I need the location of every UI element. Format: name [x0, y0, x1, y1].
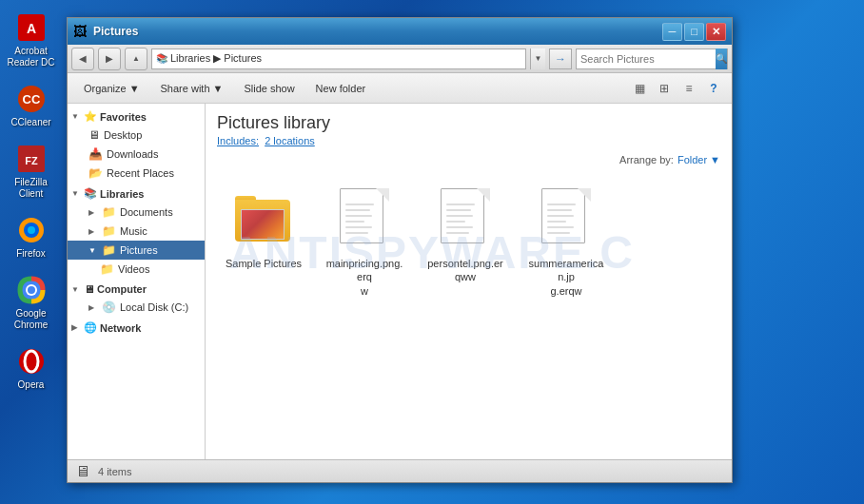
status-bar: 🖥 4 items: [68, 459, 732, 482]
favorites-section: ▼ ⭐ Favorites 🖥 Desktop 📥 Downloads 📂 Re…: [68, 107, 205, 183]
desktop-icons: A Acrobat Reader DC CC CCleaner FZ FileZ…: [0, 0, 62, 504]
localdisk-expand-icon: ▶: [88, 303, 98, 312]
locations-link[interactable]: 2 locations: [265, 135, 315, 146]
persontel-icon: [435, 184, 496, 253]
downloads-folder-icon: 📥: [88, 147, 103, 161]
opera-icon: [16, 346, 47, 377]
file-item-mainpricing[interactable]: mainpricing.png.erqw: [322, 181, 407, 301]
network-header[interactable]: ▶ 🌐 Network: [68, 319, 205, 337]
sidebar-item-pictures[interactable]: ▼ 📁 Pictures: [68, 241, 205, 260]
view-list[interactable]: ≡: [678, 78, 699, 99]
sidebar-item-documents[interactable]: ▶ 📁 Documents: [68, 203, 205, 222]
pictures-expand-icon: ▼: [88, 246, 98, 255]
libraries-header[interactable]: ▼ 📚 Libraries: [68, 184, 205, 203]
svg-text:FZ: FZ: [25, 155, 38, 166]
favorites-label: Favorites: [100, 111, 147, 123]
sidebar-videos-label: Videos: [118, 263, 149, 275]
sidebar-item-local-disk[interactable]: ▶ 💿 Local Disk (C:): [68, 298, 205, 317]
music-icon: 📁: [102, 224, 116, 238]
organize-dropdown-icon: ▼: [129, 83, 140, 94]
pictures-icon: 📁: [102, 243, 116, 257]
view-large-icons[interactable]: ▦: [629, 78, 650, 99]
includes-label: Includes:: [217, 135, 259, 146]
arrange-bar: Arrange by: Folder ▼: [217, 154, 720, 165]
svg-point-8: [28, 226, 35, 234]
go-button[interactable]: →: [549, 48, 572, 69]
maximize-button[interactable]: □: [684, 23, 704, 41]
sidebar-desktop-label: Desktop: [104, 129, 142, 141]
search-button[interactable]: 🔍: [716, 48, 727, 69]
svg-text:A: A: [26, 21, 35, 36]
desktop-icon-opera[interactable]: Opera: [4, 343, 59, 394]
filezilla-label: FileZilla Client: [7, 177, 56, 200]
favorites-header[interactable]: ▼ ⭐ Favorites: [68, 107, 205, 126]
forward-button[interactable]: ▶: [98, 48, 121, 70]
svg-text:CC: CC: [22, 92, 40, 107]
sidebar-item-videos[interactable]: 📁 Videos: [68, 260, 205, 279]
search-input[interactable]: [577, 53, 716, 65]
sample-pictures-label: Sample Pictures: [226, 257, 302, 270]
slide-show-button[interactable]: Slide show: [235, 77, 303, 100]
address-dropdown[interactable]: ▼: [530, 48, 545, 69]
firefox-label: Firefox: [16, 248, 46, 260]
desktop-icon-firefox[interactable]: Firefox: [4, 212, 59, 262]
filezilla-icon: FZ: [16, 144, 47, 174]
arrange-dropdown[interactable]: Folder ▼: [677, 154, 720, 165]
network-label: Network: [100, 322, 141, 334]
desktop-icon-chrome[interactable]: Google Chrome: [4, 272, 59, 334]
title-bar: 🖼 Pictures ─ □ ✕: [68, 18, 732, 45]
desktop-icon-ccleaner[interactable]: CC CCleaner: [4, 81, 59, 131]
organize-button[interactable]: Organize ▼: [75, 77, 148, 100]
arrange-value: Folder: [677, 154, 707, 165]
sidebar-item-downloads[interactable]: 📥 Downloads: [68, 145, 205, 164]
address-bar-row: ◀ ▶ ▲ 📚 Libraries ▶ Pictures ▼ → 🔍: [68, 45, 732, 73]
up-button[interactable]: ▲: [125, 48, 147, 70]
computer-header[interactable]: ▼ 🖥 Computer: [68, 281, 205, 298]
address-path: Libraries ▶ Pictures: [170, 52, 521, 65]
documents-expand-icon: ▶: [88, 208, 98, 217]
share-with-button[interactable]: Share with ▼: [152, 77, 232, 100]
status-icon: 🖥: [75, 463, 90, 480]
svg-point-11: [28, 286, 35, 294]
files-grid: Sample Pictures: [217, 177, 720, 305]
computer-label: Computer: [97, 283, 147, 295]
library-title: Pictures library: [217, 113, 720, 133]
file-item-sample-pictures[interactable]: Sample Pictures: [221, 181, 306, 301]
libraries-section: ▼ 📚 Libraries ▶ 📁 Documents ▶ 📁 Music ▼ …: [68, 184, 205, 279]
mainpricing-icon: [334, 184, 395, 253]
sidebar-item-recent-places[interactable]: 📂 Recent Places: [68, 164, 205, 183]
main-content: Pictures library Includes: 2 locations A…: [206, 104, 732, 459]
file-item-persontel[interactable]: persontel.png.erqww: [422, 181, 508, 301]
sidebar: ▼ ⭐ Favorites 🖥 Desktop 📥 Downloads 📂 Re…: [68, 104, 206, 459]
sidebar-pictures-label: Pictures: [120, 244, 158, 256]
libraries-expand-icon: ▼: [71, 189, 81, 198]
sidebar-downloads-label: Downloads: [107, 148, 158, 160]
favorites-expand-icon: ▼: [71, 112, 81, 121]
minimize-button[interactable]: ─: [662, 23, 682, 41]
chrome-label: Google Chrome: [7, 308, 56, 331]
svg-point-12: [19, 349, 44, 374]
ccleaner-icon: CC: [16, 84, 47, 114]
opera-label: Opera: [18, 379, 45, 391]
close-button[interactable]: ✕: [706, 23, 726, 41]
file-item-summeramerican[interactable]: summeramerican.jpg.erqw: [523, 181, 609, 301]
share-dropdown-icon: ▼: [213, 83, 224, 94]
content-area: ▼ ⭐ Favorites 🖥 Desktop 📥 Downloads 📂 Re…: [68, 104, 732, 459]
view-medium-icons[interactable]: ⊞: [654, 78, 675, 99]
window-icon: 🖼: [73, 24, 88, 39]
desktop-icon-acrobat[interactable]: A Acrobat Reader DC: [4, 10, 59, 71]
acrobat-label: Acrobat Reader DC: [7, 46, 56, 68]
firefox-icon: [16, 215, 47, 245]
back-button[interactable]: ◀: [71, 48, 94, 70]
new-folder-button[interactable]: New folder: [307, 77, 375, 100]
sidebar-item-music[interactable]: ▶ 📁 Music: [68, 222, 205, 241]
sidebar-item-desktop[interactable]: 🖥 Desktop: [68, 126, 205, 145]
window-title: Pictures: [93, 25, 662, 38]
localdisk-icon: 💿: [102, 300, 116, 314]
recent-places-icon: 📂: [88, 166, 103, 180]
help-button[interactable]: ?: [703, 78, 724, 99]
summeramerican-icon: [536, 184, 597, 253]
desktop-icon-filezilla[interactable]: FZ FileZilla Client: [4, 141, 59, 203]
computer-section: ▼ 🖥 Computer ▶ 💿 Local Disk (C:): [68, 281, 205, 317]
address-bar[interactable]: 📚 Libraries ▶ Pictures: [151, 48, 526, 69]
